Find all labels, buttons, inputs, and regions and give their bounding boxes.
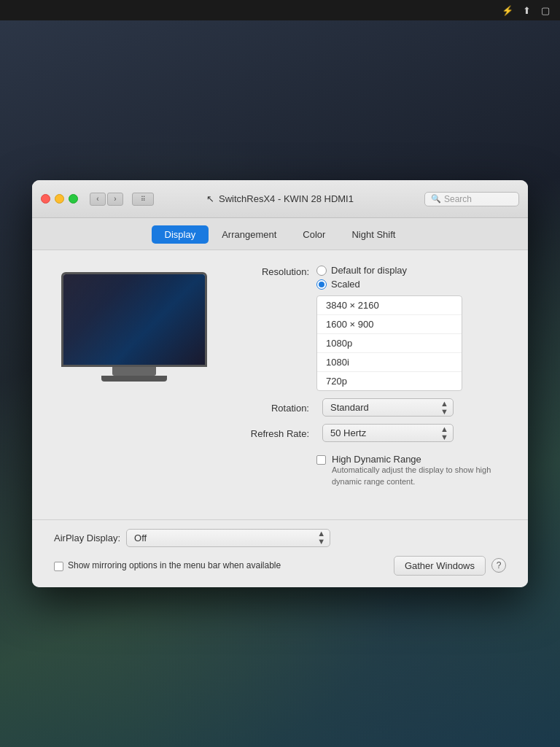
window-title: ↖ SwitchResX4 - KWIN 28 HDMI1: [206, 193, 354, 204]
tab-arrangement[interactable]: Arrangement: [209, 225, 289, 244]
hdr-row: High Dynamic Range Automatically adjust …: [229, 449, 506, 487]
grid-view-button[interactable]: ⠿: [132, 193, 154, 206]
resolution-scaled-label: Scaled: [331, 279, 360, 290]
traffic-lights: [41, 194, 78, 204]
rotation-dropdown[interactable]: Standard ▲ ▼: [322, 398, 454, 417]
main-content-row: Resolution: Default for display Scaled 3…: [54, 265, 506, 495]
nav-buttons: ‹ ›: [90, 193, 123, 206]
minimize-button[interactable]: [55, 194, 64, 204]
mirror-label: Show mirroring options in the menu bar w…: [68, 560, 281, 570]
res-item-720p[interactable]: 720p: [317, 372, 462, 390]
refresh-rate-value: 50 Hertz: [330, 427, 366, 438]
title-bar: ‹ › ⠿ ↖ SwitchResX4 - KWIN 28 HDMI1 🔍 Se…: [32, 180, 528, 218]
mirror-left: Show mirroring options in the menu bar w…: [54, 560, 281, 571]
bottom-section: AirPlay Display: Off ▲ ▼ Show mirroring …: [32, 519, 528, 587]
back-button[interactable]: ‹: [90, 193, 106, 206]
help-button[interactable]: ?: [491, 558, 506, 573]
refresh-rate-row: Refresh Rate: 50 Hertz ▲ ▼: [229, 424, 506, 442]
mirror-checkbox[interactable]: [54, 562, 63, 571]
resolution-default-label: Default for display: [331, 265, 407, 276]
rotation-dropdown-arrow: ▲ ▼: [440, 400, 448, 416]
gather-windows-button[interactable]: Gather Windows: [394, 556, 486, 576]
close-button[interactable]: [41, 194, 50, 204]
hdr-title: High Dynamic Range: [332, 454, 492, 465]
monitor-screen: [63, 274, 205, 365]
resolution-scaled-radio[interactable]: [316, 279, 327, 290]
refresh-rate-dropdown[interactable]: 50 Hertz ▲ ▼: [322, 424, 454, 442]
tabs-bar: Display Arrangement Color Night Shift: [32, 218, 528, 250]
window-title-text: SwitchResX4 - KWIN 28 HDMI1: [219, 193, 354, 204]
airplay-label: AirPlay Display:: [54, 533, 120, 543]
hdr-checkbox[interactable]: [316, 455, 326, 465]
bottom-buttons: Gather Windows ?: [394, 556, 506, 576]
refresh-rate-label: Refresh Rate:: [229, 427, 309, 439]
airplay-row: AirPlay Display: Off ▲ ▼: [54, 529, 506, 547]
hdr-option: High Dynamic Range Automatically adjust …: [316, 454, 492, 487]
hdr-description: Automatically adjust the display to show…: [332, 465, 492, 487]
rotation-value: Standard: [330, 402, 369, 413]
tab-color[interactable]: Color: [289, 225, 338, 244]
settings-panel: Resolution: Default for display Scaled 3…: [229, 265, 506, 495]
res-item-1080i[interactable]: 1080i: [317, 353, 462, 372]
resolution-scaled-option[interactable]: Scaled: [316, 279, 462, 290]
hdr-spacer: [229, 449, 309, 451]
upload-icon: ⬆: [521, 4, 532, 16]
rotation-label: Rotation:: [229, 401, 309, 414]
display-preview: [54, 272, 214, 382]
resolution-default-option[interactable]: Default for display: [316, 265, 462, 276]
mac-top-bar: ⚡ ⬆ ▢: [0, 0, 560, 20]
monitor-base: [101, 376, 167, 382]
screen-icon: ▢: [540, 4, 551, 16]
lightning-icon: ⚡: [502, 4, 513, 16]
resolution-default-radio[interactable]: [316, 266, 327, 276]
tab-display[interactable]: Display: [152, 225, 209, 244]
forward-button[interactable]: ›: [107, 193, 123, 206]
airplay-dropdown[interactable]: Off ▲ ▼: [126, 529, 330, 547]
res-item-4k[interactable]: 3840 × 2160: [317, 296, 462, 315]
resolution-options: Default for display Scaled 3840 × 2160 1…: [316, 265, 462, 391]
res-item-1080p[interactable]: 1080p: [317, 334, 462, 353]
airplay-dropdown-arrow: ▲ ▼: [317, 530, 325, 546]
mirror-row: Show mirroring options in the menu bar w…: [54, 556, 506, 576]
search-placeholder: Search: [444, 194, 472, 204]
system-preferences-window: ‹ › ⠿ ↖ SwitchResX4 - KWIN 28 HDMI1 🔍 Se…: [32, 180, 528, 587]
monitor-body: [61, 272, 207, 367]
cursor-indicator: ↖: [206, 193, 214, 204]
maximize-button[interactable]: [69, 194, 78, 204]
resolution-row: Resolution: Default for display Scaled 3…: [229, 265, 506, 391]
resolution-label: Resolution:: [229, 265, 309, 277]
tab-night-shift[interactable]: Night Shift: [338, 225, 408, 244]
monitor-stand: [112, 367, 156, 376]
refresh-rate-dropdown-arrow: ▲ ▼: [440, 425, 448, 441]
display-content: Resolution: Default for display Scaled 3…: [32, 250, 528, 519]
rotation-row: Rotation: Standard ▲ ▼: [229, 398, 506, 417]
search-box[interactable]: 🔍 Search: [424, 192, 519, 206]
resolution-list: 3840 × 2160 1600 × 900 1080p 1080i 720p: [316, 295, 462, 391]
search-icon: 🔍: [431, 194, 441, 204]
res-item-1600[interactable]: 1600 × 900: [317, 315, 462, 334]
airplay-value: Off: [134, 533, 147, 543]
hdr-text: High Dynamic Range Automatically adjust …: [332, 454, 492, 487]
